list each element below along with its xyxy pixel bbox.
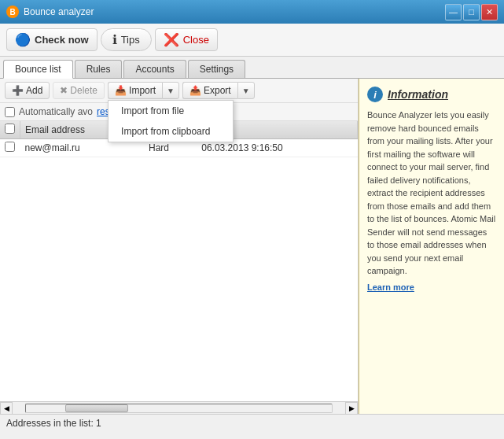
tips-icon: ℹ bbox=[112, 32, 117, 47]
add-button[interactable]: ➕ Add bbox=[5, 82, 50, 99]
minimize-button[interactable]: — bbox=[445, 4, 462, 20]
import-icon: 📥 bbox=[115, 85, 127, 96]
status-text: Addresses in the list: 1 bbox=[6, 418, 101, 429]
info-body: Bounce Analyzer lets you easily remove h… bbox=[367, 109, 496, 278]
info-title: Information bbox=[388, 88, 448, 101]
delete-icon: ✖ bbox=[60, 85, 68, 96]
email-table-container: Email address new@mail.ru Hard 06.03.201… bbox=[0, 121, 358, 401]
left-panel: ➕ Add ✖ Delete 📥 Import ▼ Import from fi… bbox=[0, 79, 359, 414]
row-check bbox=[0, 139, 20, 157]
tab-bounce-list[interactable]: Bounce list bbox=[3, 60, 73, 79]
horizontal-scrollbar[interactable]: ◀ ▶ bbox=[0, 401, 358, 414]
tips-button[interactable]: ℹ Tips bbox=[101, 28, 152, 51]
select-all-checkbox[interactable] bbox=[5, 124, 15, 134]
tabs-bar: Bounce list Rules Accounts Settings bbox=[0, 57, 504, 79]
window-close-button[interactable]: ✕ bbox=[481, 4, 498, 20]
tab-accounts[interactable]: Accounts bbox=[123, 60, 186, 78]
check-now-button[interactable]: 🔵 Check now bbox=[6, 28, 97, 51]
toolbar: 🔵 Check now ℹ Tips ❌ Close bbox=[0, 24, 504, 57]
import-button-wrapper: 📥 Import ▼ Import from file Import from … bbox=[108, 82, 179, 99]
import-dropdown-menu: Import from file Import from clipboard bbox=[108, 100, 234, 142]
info-panel: i Information Bounce Analyzer lets you e… bbox=[359, 79, 504, 414]
scroll-left-button[interactable]: ◀ bbox=[0, 402, 13, 415]
tab-settings[interactable]: Settings bbox=[188, 60, 245, 78]
export-icon: 📤 bbox=[189, 85, 201, 96]
main-content: ➕ Add ✖ Delete 📥 Import ▼ Import from fi… bbox=[0, 79, 504, 414]
auto-filter-text: Automatically avo bbox=[19, 106, 93, 117]
close-app-icon: ❌ bbox=[164, 32, 179, 47]
maximize-button[interactable]: □ bbox=[463, 4, 480, 20]
info-icon: i bbox=[367, 87, 383, 102]
title-bar: B Bounce analyzer — □ ✕ bbox=[0, 0, 504, 24]
window-title: Bounce analyzer bbox=[24, 6, 94, 17]
app-icon: B bbox=[6, 6, 19, 18]
check-now-icon: 🔵 bbox=[15, 32, 31, 47]
action-bar: ➕ Add ✖ Delete 📥 Import ▼ Import from fi… bbox=[0, 79, 358, 103]
row-checkbox[interactable] bbox=[5, 142, 15, 152]
close-app-button[interactable]: ❌ Close bbox=[155, 28, 218, 51]
add-icon: ➕ bbox=[12, 85, 24, 96]
import-main-button[interactable]: 📥 Import bbox=[108, 82, 162, 99]
tab-rules[interactable]: Rules bbox=[75, 60, 123, 78]
status-bar: Addresses in the list: 1 bbox=[0, 414, 504, 432]
scroll-right-button[interactable]: ▶ bbox=[345, 402, 358, 415]
scroll-handle[interactable] bbox=[65, 404, 128, 412]
window-controls: — □ ✕ bbox=[445, 4, 498, 20]
export-button-wrapper: 📤 Export ▼ bbox=[182, 82, 255, 99]
export-dropdown-button[interactable]: ▼ bbox=[237, 82, 255, 99]
delete-button[interactable]: ✖ Delete bbox=[53, 82, 105, 99]
export-main-button[interactable]: 📤 Export bbox=[182, 82, 237, 99]
info-header: i Information bbox=[367, 87, 496, 102]
learn-more-link[interactable]: Learn more bbox=[367, 282, 496, 292]
scroll-track[interactable] bbox=[25, 404, 333, 413]
col-header-check bbox=[0, 121, 20, 139]
auto-filter-checkbox[interactable] bbox=[5, 107, 15, 117]
import-from-clipboard-item[interactable]: Import from clipboard bbox=[109, 121, 233, 142]
import-from-file-item[interactable]: Import from file bbox=[109, 101, 233, 121]
import-dropdown-button[interactable]: ▼ bbox=[162, 82, 179, 99]
